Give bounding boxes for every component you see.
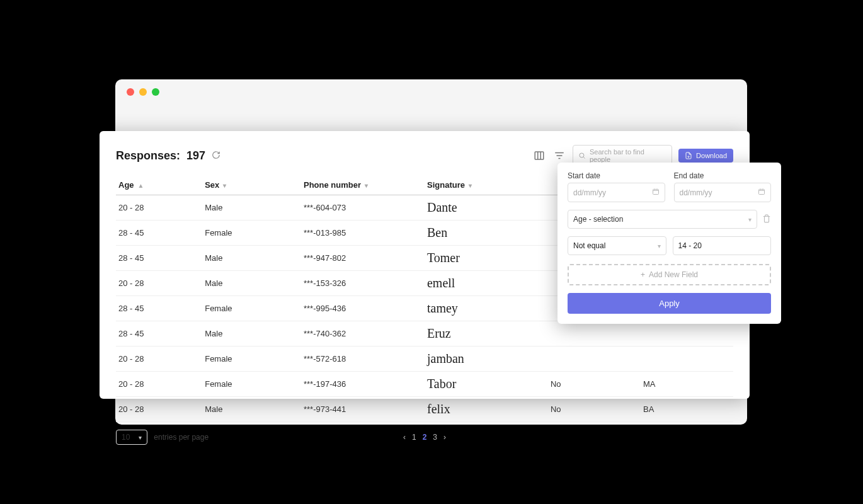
cell-signature: Tomer <box>425 246 548 271</box>
panel-title: Responses: 197 <box>116 149 220 163</box>
title-prefix: Responses: <box>116 149 180 163</box>
cell-age: 20 - 28 <box>116 271 202 296</box>
cell-signature: jamban <box>425 346 548 372</box>
chevron-down-icon: ▾ <box>748 216 752 223</box>
svg-rect-0 <box>535 152 544 159</box>
entries-label: entries per page <box>154 433 209 442</box>
cell-age: 20 - 28 <box>116 346 202 372</box>
start-date-input[interactable]: dd/mm/yy <box>568 183 665 202</box>
table-row[interactable]: 20 - 28Female***-572-618jamban <box>116 346 733 372</box>
search-placeholder: Search bar to find people <box>590 148 666 163</box>
col-phone[interactable]: Phone number▾ <box>301 175 425 195</box>
start-date-label: Start date <box>568 171 665 180</box>
filter-popup: Start date dd/mm/yy End date dd/mm/yy Ag… <box>557 163 781 324</box>
cell-5 <box>548 346 641 372</box>
cell-phone: ***-995-436 <box>301 296 425 321</box>
maximize-window-icon[interactable] <box>152 88 159 96</box>
svg-point-1 <box>580 153 584 158</box>
filter-field-select[interactable]: Age - selection ▾ <box>568 210 757 229</box>
cell-age: 28 - 45 <box>116 321 202 346</box>
add-field-label: Add New Field <box>649 270 698 279</box>
minimize-window-icon[interactable] <box>139 88 147 96</box>
page-1[interactable]: 1 <box>412 433 416 442</box>
chevron-down-icon: ▾ <box>658 243 661 249</box>
table-row[interactable]: 20 - 28Female***-197-436TaborNoMA <box>116 372 733 397</box>
page-2[interactable]: 2 <box>423 433 427 442</box>
page-next[interactable]: › <box>443 433 446 442</box>
add-field-button[interactable]: + Add New Field <box>568 264 771 285</box>
download-icon <box>685 152 692 159</box>
cell-age: 20 - 28 <box>116 372 202 397</box>
start-date-placeholder: dd/mm/yy <box>573 188 606 197</box>
cell-phone: ***-947-802 <box>301 246 425 271</box>
cell-phone: ***-197-436 <box>301 372 425 397</box>
cell-signature: Eruz <box>425 321 548 346</box>
end-date-label: End date <box>674 171 772 180</box>
close-window-icon[interactable] <box>127 88 134 96</box>
cell-6: MA <box>641 372 733 397</box>
cell-phone: ***-153-326 <box>301 271 425 296</box>
col-signature[interactable]: Signature▾ <box>425 175 548 195</box>
apply-button[interactable]: Apply <box>568 293 771 314</box>
refresh-icon[interactable] <box>212 149 220 163</box>
cell-sex: Female <box>202 372 301 397</box>
delete-filter-button[interactable] <box>762 214 771 225</box>
cell-sex: Female <box>202 346 301 372</box>
filter-value-input[interactable]: 14 - 20 <box>673 236 772 255</box>
title-count: 197 <box>186 149 205 163</box>
cell-phone: ***-740-362 <box>301 321 425 346</box>
filter-condition-value: Not equal <box>573 241 605 250</box>
cell-5 <box>548 321 641 346</box>
page-3[interactable]: 3 <box>433 433 437 442</box>
filter-value-text: 14 - 20 <box>678 241 702 250</box>
cell-sex: Male <box>202 397 301 422</box>
cell-sex: Male <box>202 321 301 346</box>
page-prev[interactable]: ‹ <box>403 433 406 442</box>
chevron-down-icon: ▾ <box>365 182 368 189</box>
chevron-down-icon: ▾ <box>469 182 472 189</box>
cell-signature: tamey <box>425 296 548 321</box>
entries-per-page-select[interactable]: 10 ▾ <box>116 430 147 445</box>
cell-signature: emell <box>425 271 548 296</box>
cell-6 <box>641 321 733 346</box>
cell-sex: Male <box>202 246 301 271</box>
trash-icon <box>762 214 771 223</box>
cell-signature: Ben <box>425 220 548 246</box>
cell-5: No <box>548 397 641 422</box>
cell-5: No <box>548 372 641 397</box>
calendar-icon <box>758 188 765 197</box>
window-controls <box>115 79 747 105</box>
entries-value: 10 <box>122 433 130 442</box>
download-button[interactable]: Download <box>678 149 733 163</box>
cell-6 <box>641 346 733 372</box>
columns-icon[interactable] <box>532 149 546 163</box>
cell-age: 20 - 28 <box>116 397 202 422</box>
plus-icon: + <box>641 270 645 279</box>
table-row[interactable]: 28 - 45Male***-740-362Eruz <box>116 321 733 346</box>
end-date-input[interactable]: dd/mm/yy <box>674 183 772 202</box>
col-sex[interactable]: Sex▾ <box>202 175 301 195</box>
chevron-down-icon: ▾ <box>223 182 226 189</box>
end-date-placeholder: dd/mm/yy <box>680 188 712 197</box>
cell-sex: Female <box>202 296 301 321</box>
filter-condition-select[interactable]: Not equal ▾ <box>568 236 666 255</box>
sort-asc-icon: ▲ <box>138 182 144 189</box>
cell-phone: ***-973-441 <box>301 397 425 422</box>
cell-age: 28 - 45 <box>116 246 202 271</box>
apply-label: Apply <box>659 299 680 308</box>
filter-icon[interactable] <box>552 149 566 163</box>
cell-signature: Dante <box>425 195 548 220</box>
cell-signature: Tabor <box>425 372 548 397</box>
cell-sex: Male <box>202 195 301 220</box>
cell-sex: Female <box>202 220 301 246</box>
cell-signature: felix <box>425 397 548 422</box>
cell-phone: ***-572-618 <box>301 346 425 372</box>
svg-rect-3 <box>759 190 765 195</box>
cell-sex: Male <box>202 271 301 296</box>
table-row[interactable]: 20 - 28Male***-973-441felixNoBA <box>116 397 733 422</box>
download-label: Download <box>696 152 727 159</box>
filter-field-value: Age - selection <box>573 215 623 224</box>
svg-rect-2 <box>653 190 658 195</box>
col-age[interactable]: Age▲ <box>116 175 202 195</box>
chevron-down-icon: ▾ <box>139 434 142 441</box>
